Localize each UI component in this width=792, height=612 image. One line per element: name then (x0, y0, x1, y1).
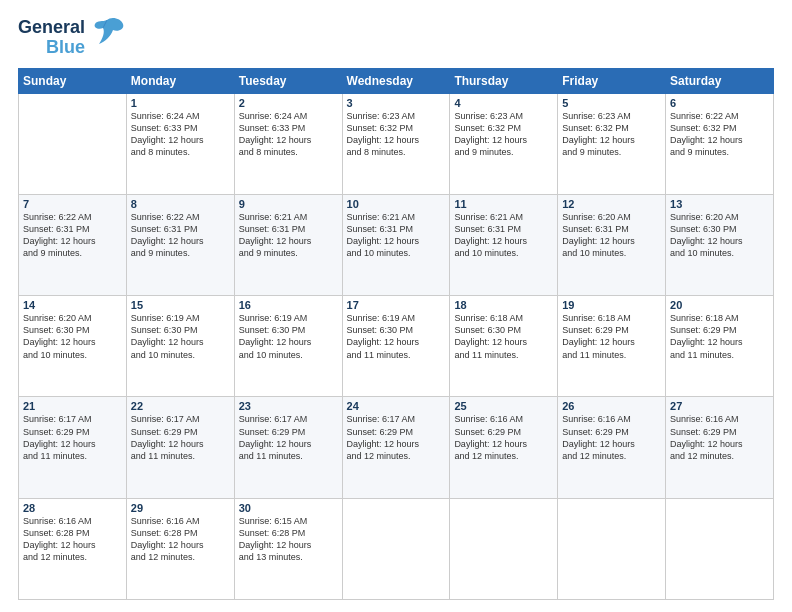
calendar-cell: 18Sunrise: 6:18 AMSunset: 6:30 PMDayligh… (450, 296, 558, 397)
day-number: 11 (454, 198, 553, 210)
calendar-week-row: 21Sunrise: 6:17 AMSunset: 6:29 PMDayligh… (19, 397, 774, 498)
calendar-week-row: 1Sunrise: 6:24 AMSunset: 6:33 PMDaylight… (19, 93, 774, 194)
calendar-cell: 17Sunrise: 6:19 AMSunset: 6:30 PMDayligh… (342, 296, 450, 397)
calendar-cell: 6Sunrise: 6:22 AMSunset: 6:32 PMDaylight… (666, 93, 774, 194)
calendar-cell: 11Sunrise: 6:21 AMSunset: 6:31 PMDayligh… (450, 194, 558, 295)
day-number: 20 (670, 299, 769, 311)
calendar-cell: 28Sunrise: 6:16 AMSunset: 6:28 PMDayligh… (19, 498, 127, 599)
day-number: 29 (131, 502, 230, 514)
calendar-cell (19, 93, 127, 194)
cell-info: Sunrise: 6:17 AMSunset: 6:29 PMDaylight:… (347, 413, 446, 462)
calendar-cell: 20Sunrise: 6:18 AMSunset: 6:29 PMDayligh… (666, 296, 774, 397)
day-number: 9 (239, 198, 338, 210)
cell-info: Sunrise: 6:16 AMSunset: 6:28 PMDaylight:… (23, 515, 122, 564)
calendar-cell: 2Sunrise: 6:24 AMSunset: 6:33 PMDaylight… (234, 93, 342, 194)
logo-text-general: General (18, 18, 85, 38)
weekday-header-tuesday: Tuesday (234, 68, 342, 93)
day-number: 21 (23, 400, 122, 412)
calendar-cell: 9Sunrise: 6:21 AMSunset: 6:31 PMDaylight… (234, 194, 342, 295)
day-number: 27 (670, 400, 769, 412)
day-number: 23 (239, 400, 338, 412)
logo-text-blue: Blue (46, 38, 85, 58)
cell-info: Sunrise: 6:24 AMSunset: 6:33 PMDaylight:… (131, 110, 230, 159)
cell-info: Sunrise: 6:20 AMSunset: 6:31 PMDaylight:… (562, 211, 661, 260)
calendar-cell: 19Sunrise: 6:18 AMSunset: 6:29 PMDayligh… (558, 296, 666, 397)
day-number: 24 (347, 400, 446, 412)
cell-info: Sunrise: 6:16 AMSunset: 6:29 PMDaylight:… (454, 413, 553, 462)
day-number: 25 (454, 400, 553, 412)
calendar-cell (666, 498, 774, 599)
cell-info: Sunrise: 6:23 AMSunset: 6:32 PMDaylight:… (347, 110, 446, 159)
calendar-cell: 29Sunrise: 6:16 AMSunset: 6:28 PMDayligh… (126, 498, 234, 599)
calendar-cell (558, 498, 666, 599)
calendar-cell: 10Sunrise: 6:21 AMSunset: 6:31 PMDayligh… (342, 194, 450, 295)
cell-info: Sunrise: 6:17 AMSunset: 6:29 PMDaylight:… (239, 413, 338, 462)
day-number: 3 (347, 97, 446, 109)
calendar-cell: 1Sunrise: 6:24 AMSunset: 6:33 PMDaylight… (126, 93, 234, 194)
day-number: 28 (23, 502, 122, 514)
calendar-cell: 26Sunrise: 6:16 AMSunset: 6:29 PMDayligh… (558, 397, 666, 498)
weekday-header-row: SundayMondayTuesdayWednesdayThursdayFrid… (19, 68, 774, 93)
weekday-header-friday: Friday (558, 68, 666, 93)
cell-info: Sunrise: 6:21 AMSunset: 6:31 PMDaylight:… (239, 211, 338, 260)
calendar-cell: 21Sunrise: 6:17 AMSunset: 6:29 PMDayligh… (19, 397, 127, 498)
cell-info: Sunrise: 6:16 AMSunset: 6:29 PMDaylight:… (670, 413, 769, 462)
day-number: 1 (131, 97, 230, 109)
day-number: 12 (562, 198, 661, 210)
cell-info: Sunrise: 6:23 AMSunset: 6:32 PMDaylight:… (454, 110, 553, 159)
calendar-week-row: 7Sunrise: 6:22 AMSunset: 6:31 PMDaylight… (19, 194, 774, 295)
cell-info: Sunrise: 6:23 AMSunset: 6:32 PMDaylight:… (562, 110, 661, 159)
cell-info: Sunrise: 6:20 AMSunset: 6:30 PMDaylight:… (670, 211, 769, 260)
weekday-header-wednesday: Wednesday (342, 68, 450, 93)
day-number: 19 (562, 299, 661, 311)
day-number: 6 (670, 97, 769, 109)
calendar-cell: 24Sunrise: 6:17 AMSunset: 6:29 PMDayligh… (342, 397, 450, 498)
day-number: 17 (347, 299, 446, 311)
logo: General Blue (18, 18, 125, 58)
cell-info: Sunrise: 6:18 AMSunset: 6:29 PMDaylight:… (670, 312, 769, 361)
cell-info: Sunrise: 6:19 AMSunset: 6:30 PMDaylight:… (131, 312, 230, 361)
cell-info: Sunrise: 6:22 AMSunset: 6:32 PMDaylight:… (670, 110, 769, 159)
calendar-cell: 16Sunrise: 6:19 AMSunset: 6:30 PMDayligh… (234, 296, 342, 397)
weekday-header-sunday: Sunday (19, 68, 127, 93)
cell-info: Sunrise: 6:15 AMSunset: 6:28 PMDaylight:… (239, 515, 338, 564)
page: General Blue SundayMondayTuesdayWednesda… (0, 0, 792, 612)
cell-info: Sunrise: 6:21 AMSunset: 6:31 PMDaylight:… (347, 211, 446, 260)
day-number: 22 (131, 400, 230, 412)
day-number: 2 (239, 97, 338, 109)
cell-info: Sunrise: 6:16 AMSunset: 6:28 PMDaylight:… (131, 515, 230, 564)
cell-info: Sunrise: 6:20 AMSunset: 6:30 PMDaylight:… (23, 312, 122, 361)
header: General Blue (18, 18, 774, 58)
calendar-cell: 13Sunrise: 6:20 AMSunset: 6:30 PMDayligh… (666, 194, 774, 295)
day-number: 10 (347, 198, 446, 210)
day-number: 15 (131, 299, 230, 311)
calendar-cell: 22Sunrise: 6:17 AMSunset: 6:29 PMDayligh… (126, 397, 234, 498)
day-number: 8 (131, 198, 230, 210)
cell-info: Sunrise: 6:17 AMSunset: 6:29 PMDaylight:… (131, 413, 230, 462)
day-number: 7 (23, 198, 122, 210)
calendar-cell: 4Sunrise: 6:23 AMSunset: 6:32 PMDaylight… (450, 93, 558, 194)
cell-info: Sunrise: 6:18 AMSunset: 6:30 PMDaylight:… (454, 312, 553, 361)
cell-info: Sunrise: 6:24 AMSunset: 6:33 PMDaylight:… (239, 110, 338, 159)
calendar-cell (342, 498, 450, 599)
day-number: 14 (23, 299, 122, 311)
cell-info: Sunrise: 6:16 AMSunset: 6:29 PMDaylight:… (562, 413, 661, 462)
calendar-cell: 15Sunrise: 6:19 AMSunset: 6:30 PMDayligh… (126, 296, 234, 397)
calendar-cell (450, 498, 558, 599)
cell-info: Sunrise: 6:19 AMSunset: 6:30 PMDaylight:… (347, 312, 446, 361)
calendar-cell: 14Sunrise: 6:20 AMSunset: 6:30 PMDayligh… (19, 296, 127, 397)
weekday-header-thursday: Thursday (450, 68, 558, 93)
weekday-header-saturday: Saturday (666, 68, 774, 93)
calendar-cell: 8Sunrise: 6:22 AMSunset: 6:31 PMDaylight… (126, 194, 234, 295)
cell-info: Sunrise: 6:21 AMSunset: 6:31 PMDaylight:… (454, 211, 553, 260)
calendar-cell: 27Sunrise: 6:16 AMSunset: 6:29 PMDayligh… (666, 397, 774, 498)
day-number: 30 (239, 502, 338, 514)
cell-info: Sunrise: 6:22 AMSunset: 6:31 PMDaylight:… (131, 211, 230, 260)
calendar-cell: 7Sunrise: 6:22 AMSunset: 6:31 PMDaylight… (19, 194, 127, 295)
calendar-cell: 25Sunrise: 6:16 AMSunset: 6:29 PMDayligh… (450, 397, 558, 498)
cell-info: Sunrise: 6:17 AMSunset: 6:29 PMDaylight:… (23, 413, 122, 462)
day-number: 5 (562, 97, 661, 109)
calendar-table: SundayMondayTuesdayWednesdayThursdayFrid… (18, 68, 774, 600)
cell-info: Sunrise: 6:22 AMSunset: 6:31 PMDaylight:… (23, 211, 122, 260)
cell-info: Sunrise: 6:19 AMSunset: 6:30 PMDaylight:… (239, 312, 338, 361)
